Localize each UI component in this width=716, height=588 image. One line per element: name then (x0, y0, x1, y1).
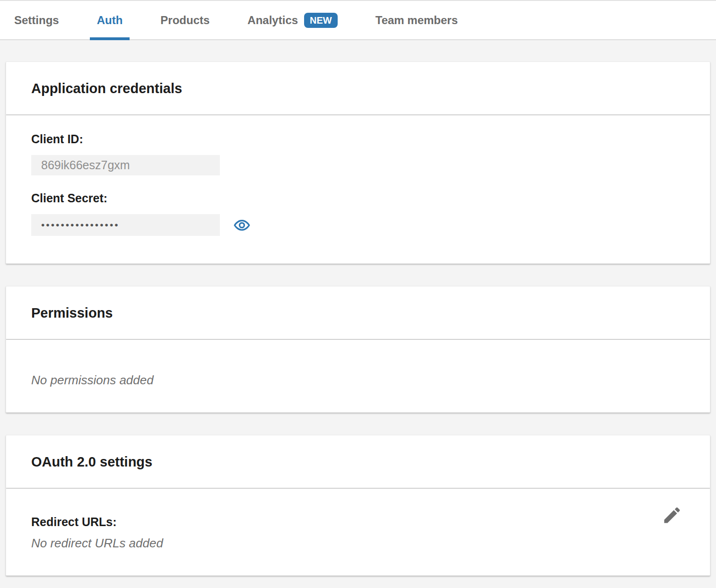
tab-auth-label: Auth (97, 14, 123, 27)
permissions-card: Permissions No permissions added (6, 286, 710, 413)
reveal-secret-button[interactable] (234, 217, 250, 233)
tab-products[interactable]: Products (160, 1, 210, 39)
client-secret-label: Client Secret: (31, 191, 685, 205)
no-redirect-urls-text: No redirect URLs added (31, 536, 685, 551)
oauth-settings-body: Redirect URLs: No redirect URLs added (6, 489, 710, 575)
client-id-label: Client ID: (31, 132, 685, 146)
eye-icon (234, 217, 250, 233)
permissions-body: No permissions added (6, 340, 710, 412)
page-content: Application credentials Client ID: 869ik… (0, 61, 716, 576)
client-secret-masked-value: •••••••••••••••• (31, 214, 220, 236)
oauth-settings-header: OAuth 2.0 settings (6, 435, 710, 488)
edit-redirect-urls-button[interactable] (662, 505, 682, 526)
tab-team-members[interactable]: Team members (375, 1, 458, 39)
tab-auth[interactable]: Auth (97, 1, 123, 39)
application-credentials-body: Client ID: 869ik66esz7gxm Client Secret:… (6, 115, 710, 263)
pencil-icon (662, 505, 682, 526)
application-credentials-header: Application credentials (6, 62, 710, 114)
tab-bar: Settings Auth Products Analytics NEW Tea… (0, 0, 716, 40)
tab-settings-label: Settings (14, 14, 59, 27)
tab-analytics-label: Analytics (247, 14, 298, 27)
application-credentials-card: Application credentials Client ID: 869ik… (6, 61, 710, 264)
new-badge: NEW (304, 13, 338, 28)
oauth-settings-card: OAuth 2.0 settings Redirect URLs: No red… (6, 435, 710, 576)
no-permissions-text: No permissions added (31, 373, 685, 388)
tab-analytics[interactable]: Analytics NEW (247, 1, 337, 39)
application-credentials-title: Application credentials (31, 81, 685, 96)
client-id-value: 869ik66esz7gxm (31, 155, 220, 175)
permissions-title: Permissions (31, 305, 685, 321)
tab-products-label: Products (160, 14, 210, 27)
oauth-settings-title: OAuth 2.0 settings (31, 454, 685, 470)
permissions-header: Permissions (6, 286, 710, 339)
redirect-urls-label: Redirect URLs: (31, 515, 685, 529)
tab-team-members-label: Team members (375, 14, 458, 27)
tab-settings[interactable]: Settings (14, 1, 59, 39)
client-secret-row: •••••••••••••••• (31, 214, 685, 236)
